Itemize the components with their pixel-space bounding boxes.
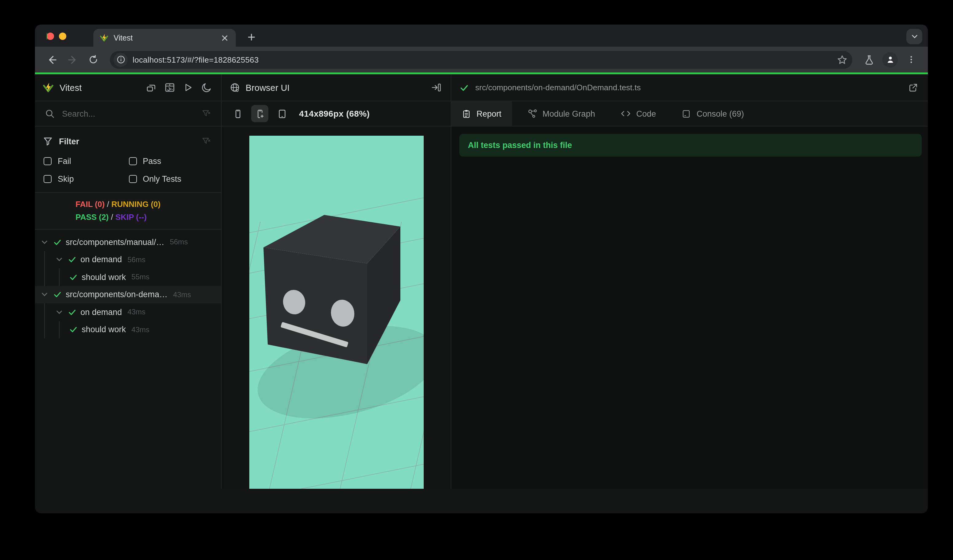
pass-check-icon <box>67 255 77 265</box>
tab-close-icon[interactable] <box>220 33 230 43</box>
skip-checkbox[interactable] <box>43 175 51 183</box>
cascade-windows-icon[interactable] <box>144 80 158 95</box>
search-icon <box>42 106 57 121</box>
search-row <box>35 101 221 127</box>
tree-indent-guide <box>44 251 45 268</box>
run-all-play-icon[interactable] <box>180 80 195 95</box>
all-tests-passed-banner: All tests passed in this file <box>459 134 922 157</box>
browser-ui-title: Browser UI <box>245 82 423 92</box>
filter-option-skip[interactable]: Skip <box>43 174 129 184</box>
pass-checkbox[interactable] <box>129 157 137 165</box>
vitest-app: Vitest <box>35 74 928 489</box>
test-tree: src/components/manual/… 56ms on demand 5… <box>35 230 221 338</box>
stage: Vitest localhost:5173/#/?file=1828625563 <box>0 0 953 560</box>
sidebar: Vitest <box>35 74 222 489</box>
clear-search-filter-icon[interactable] <box>199 106 214 121</box>
zoom-window-button[interactable] <box>47 33 47 40</box>
tree-indent-guide <box>44 268 45 286</box>
tab-report[interactable]: Report <box>451 101 512 126</box>
filter-option-fail[interactable]: Fail <box>43 157 129 166</box>
panel-expand-icon[interactable] <box>428 80 443 95</box>
funnel-icon <box>42 134 53 149</box>
reload-icon[interactable] <box>84 50 102 69</box>
fail-checkbox[interactable] <box>43 157 51 165</box>
browser-ui-panel: Browser UI 414x896px (68%) <box>222 74 451 489</box>
site-info-icon[interactable] <box>113 53 128 67</box>
pass-check-icon <box>52 290 62 299</box>
tree-file-row[interactable]: src/components/manual/… 56ms <box>35 233 221 251</box>
tree-indent-guide <box>59 321 60 338</box>
chevron-down-icon[interactable] <box>40 290 48 299</box>
open-external-icon[interactable] <box>906 80 920 95</box>
device-viewport-preview[interactable] <box>249 136 424 489</box>
sidebar-header: Vitest <box>35 74 221 101</box>
file-pass-check-icon <box>459 80 470 95</box>
dark-mode-moon-icon[interactable] <box>199 80 214 95</box>
close-window-button[interactable] <box>47 33 54 40</box>
chevron-down-icon[interactable] <box>55 308 63 316</box>
url-bar[interactable]: localhost:5173/#/?file=1828625563 <box>110 51 852 68</box>
report-header: src/components/on-demand/OnDemand.test.t… <box>451 74 928 101</box>
clear-filter-icon[interactable] <box>199 134 214 149</box>
sidebar-content: Filter Fail Pass <box>35 127 221 489</box>
filter-title: Filter <box>59 137 193 146</box>
filter-options: Fail Pass Skip Only Tests <box>42 157 214 184</box>
traffic-lights <box>47 33 66 40</box>
pass-check-icon <box>68 272 78 282</box>
tree-test-row[interactable]: should work 43ms <box>35 321 221 338</box>
filter-option-pass[interactable]: Pass <box>129 157 214 166</box>
tree-suite-row[interactable]: on demand 56ms <box>35 251 221 268</box>
tree-indent-guide <box>59 268 60 286</box>
test-summary: FAIL (0) / RUNNING (0) PASS (2) / SKIP (… <box>35 192 221 230</box>
device-phone-plus-icon[interactable] <box>251 105 269 122</box>
report-content: All tests passed in this file <box>451 127 928 489</box>
search-input[interactable] <box>62 109 194 118</box>
summary-line-2: PASS (2) / SKIP (--) <box>76 211 221 223</box>
filter-block: Filter Fail Pass <box>35 127 221 192</box>
device-tablet-icon[interactable] <box>273 105 290 122</box>
tree-file-row-selected[interactable]: src/components/on-dema… 43ms <box>35 286 221 303</box>
pass-count: PASS (2) <box>76 213 109 222</box>
test-file-path: src/components/on-demand/OnDemand.test.t… <box>475 83 900 92</box>
forward-icon[interactable] <box>63 50 82 69</box>
pass-check-icon <box>52 237 62 247</box>
tab-strip: Vitest <box>35 25 928 47</box>
tab-code[interactable]: Code <box>610 101 667 126</box>
vitest-favicon-icon <box>99 33 109 42</box>
dashboard-report-icon[interactable] <box>162 80 177 95</box>
filter-option-only-tests[interactable]: Only Tests <box>129 174 214 184</box>
running-count: RUNNING (0) <box>112 200 161 209</box>
tree-indent-guide <box>44 321 45 338</box>
app-title: Vitest <box>60 82 138 92</box>
tree-suite-row[interactable]: on demand 43ms <box>35 303 221 321</box>
tree-indent-guide <box>44 303 45 321</box>
browser-tab[interactable]: Vitest <box>93 29 236 47</box>
chevron-down-icon[interactable] <box>55 256 63 264</box>
sidebar-header-actions <box>144 80 214 95</box>
profile-avatar[interactable] <box>882 52 898 67</box>
tab-module-graph[interactable]: Module Graph <box>517 101 605 126</box>
device-phone-small-icon[interactable] <box>229 105 246 122</box>
browser-ui-header: Browser UI <box>222 74 451 101</box>
new-tab-button[interactable] <box>243 29 259 45</box>
summary-line-1: FAIL (0) / RUNNING (0) <box>76 198 221 211</box>
skip-count: SKIP (--) <box>115 213 147 222</box>
tree-test-row[interactable]: should work 55ms <box>35 268 221 286</box>
chevron-down-icon[interactable] <box>40 238 48 247</box>
back-icon[interactable] <box>42 50 61 69</box>
device-toolbar: 414x896px (68%) <box>222 101 451 127</box>
minimize-window-button[interactable] <box>59 33 66 40</box>
only-tests-checkbox[interactable] <box>129 175 137 183</box>
tab-console[interactable]: Console (69) <box>672 101 755 126</box>
bookmark-star-icon[interactable] <box>835 53 849 66</box>
tab-title: Vitest <box>113 34 215 42</box>
experiments-flask-icon[interactable] <box>860 50 878 69</box>
report-panel: src/components/on-demand/OnDemand.test.t… <box>451 74 928 489</box>
browser-toolbar: localhost:5173/#/?file=1828625563 <box>35 47 928 73</box>
tab-search-button[interactable] <box>906 29 922 44</box>
globe-icon <box>229 80 240 95</box>
browser-window: Vitest localhost:5173/#/?file=1828625563 <box>35 25 928 513</box>
browser-ui-content <box>222 127 451 489</box>
viewport-size-label: 414x896px (68%) <box>299 109 369 118</box>
menu-kebab-icon[interactable] <box>902 50 920 69</box>
